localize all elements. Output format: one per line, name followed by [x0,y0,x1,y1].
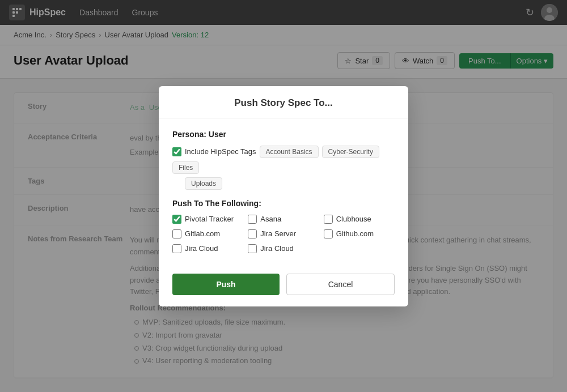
modal-overlay[interactable]: Push Story Spec To... Persona: User Incl… [0,0,567,392]
persona-section: Persona: User Include HipSpec Tags Accou… [172,130,395,188]
tag-uploads: Uploads [185,177,222,190]
pivotal-label: Pivotal Tracker [185,215,234,223]
include-tags-row: Include HipSpec Tags Account Basics Cybe… [172,146,395,174]
integration-jira-cloud-2[interactable]: Jira Cloud [248,244,319,253]
integration-github[interactable]: Github.com [324,229,395,238]
push-story-modal: Push Story Spec To... Persona: User Incl… [159,86,408,306]
modal-footer: Push Cancel [159,265,408,306]
push-to-section: Push To The Following: Pivotal Tracker A… [172,199,395,253]
jira-cloud-1-label: Jira Cloud [185,244,218,253]
integration-gitlab[interactable]: Gitlab.com [172,229,243,238]
integration-asana[interactable]: Asana [248,215,319,224]
integration-clubhouse[interactable]: Clubhouse [324,215,395,224]
modal-body: Persona: User Include HipSpec Tags Accou… [159,118,408,265]
clubhouse-checkbox[interactable] [324,215,333,224]
integration-pivotal[interactable]: Pivotal Tracker [172,215,243,224]
tag-files: Files [172,161,199,174]
gitlab-label: Gitlab.com [185,229,220,238]
integrations-grid: Pivotal Tracker Asana Clubhouse Gitlab.c… [172,215,395,253]
jira-server-checkbox[interactable] [248,229,257,238]
persona-section-title: Persona: User [172,130,395,139]
include-tags-label: Include HipSpec Tags [185,147,256,156]
uploads-tag-row: Uploads [172,178,395,188]
jira-cloud-1-checkbox[interactable] [172,244,181,253]
asana-label: Asana [260,215,281,223]
gitlab-checkbox[interactable] [172,229,181,238]
include-tags-checkbox[interactable] [172,147,181,156]
tag-cyber-security: Cyber-Security [322,146,379,158]
pivotal-checkbox[interactable] [172,215,181,224]
modal-cancel-button[interactable]: Cancel [286,274,395,295]
github-label: Github.com [336,229,374,238]
modal-push-button[interactable]: Push [172,274,280,295]
modal-header: Push Story Spec To... [159,86,408,118]
include-tags-checkbox-label[interactable]: Include HipSpec Tags [172,147,256,156]
integration-jira-server[interactable]: Jira Server [248,229,319,238]
github-checkbox[interactable] [324,229,333,238]
integration-jira-cloud-1[interactable]: Jira Cloud [172,244,243,253]
tag-account-basics: Account Basics [260,146,319,158]
clubhouse-label: Clubhouse [336,215,371,223]
asana-checkbox[interactable] [248,215,257,224]
jira-server-label: Jira Server [260,229,296,238]
modal-title: Push Story Spec To... [172,97,395,109]
jira-cloud-2-checkbox[interactable] [248,244,257,253]
jira-cloud-2-label: Jira Cloud [260,244,294,253]
push-to-title: Push To The Following: [172,199,395,208]
